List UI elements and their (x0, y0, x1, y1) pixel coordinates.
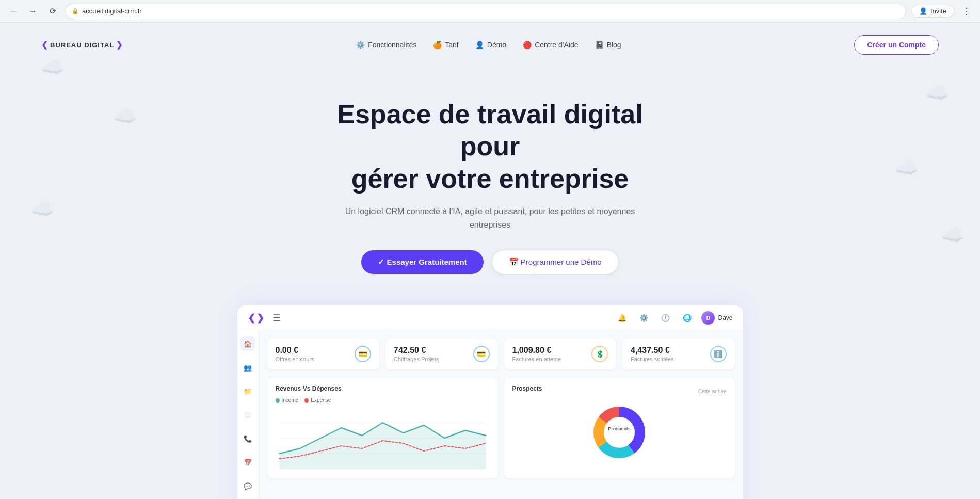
user-area: D Dave (701, 311, 732, 325)
sidebar-list[interactable]: ☰ (240, 408, 255, 422)
dashboard-sidebar: 🏠 👥 📁 ☰ 📞 📅 💬 📄 (237, 330, 259, 499)
schedule-demo-button[interactable]: 📅 Programmer une Démo (492, 250, 619, 275)
sidebar-users[interactable]: 👥 (240, 360, 255, 375)
stat-offres-value: 0.00 € (276, 346, 314, 355)
stat-chiffrages-icon: 💳 (473, 346, 490, 362)
hamburger-icon[interactable]: ☰ (272, 312, 281, 324)
sidebar-calendar[interactable]: 📅 (240, 455, 255, 470)
hero-buttons: ✓ Essayer Gratuitement 📅 Programmer une … (10, 250, 970, 275)
stat-factures-attente: 1,009.80 € Factures en attente 💲 (504, 339, 617, 369)
fonctionnalites-icon: ⚙️ (356, 41, 365, 49)
stats-row: 0.00 € Offres en cours 💳 742.50 € Chiffr… (267, 339, 735, 369)
hero-title: Espace de travail digital pour gérer vot… (310, 98, 671, 195)
dashboard-header: ❮ ❯ ☰ 🔔 ⚙️ 🕐 🌐 D Dave (237, 305, 743, 330)
stat-factures-attente-icon: 💲 (591, 346, 608, 362)
avatar-icon: 👤 (919, 7, 927, 15)
lock-icon: 🔒 (72, 8, 79, 14)
nav-demo[interactable]: 👤 Démo (475, 41, 506, 49)
dashboard-body: 🏠 👥 📁 ☰ 📞 📅 💬 📄 0.00 € Offres en cours (237, 330, 743, 499)
sidebar-home[interactable]: 🏠 (240, 336, 255, 351)
dashboard-preview: ❮ ❯ ☰ 🔔 ⚙️ 🕐 🌐 D Dave 🏠 👥 (237, 305, 743, 499)
charts-row: Revenus Vs Dépenses Income Expense (267, 378, 735, 478)
stat-factures-attente-label: Factures en attente (512, 356, 561, 362)
user-avatar: D (701, 311, 715, 325)
income-label: Income (282, 397, 299, 403)
hero-subtitle: Un logiciel CRM connecté à l'IA, agile e… (341, 205, 640, 231)
nav-links: ⚙️ Fonctionnalités 🍊 Tarif 👤 Démo 🔴 Cent… (356, 41, 621, 49)
expense-label: Expense (311, 397, 331, 403)
logo-chevron-left: ❮ (41, 40, 48, 50)
stat-chiffrages-value: 742.50 € (394, 346, 439, 355)
stat-factures-attente-info: 1,009.80 € Factures en attente (512, 346, 561, 362)
sidebar-message[interactable]: 💬 (240, 479, 255, 493)
clock-button[interactable]: 🕐 (658, 311, 672, 325)
blog-icon: 📓 (595, 41, 604, 49)
page-wrapper: ☁️ ☁️ ☁️ ☁️ ☁️ ☁️ ❮ BUREAU DIGITAL ❯ ⚙️ … (0, 23, 980, 499)
dash-logo-right: ❯ (256, 312, 264, 324)
stat-factures-attente-value: 1,009.80 € (512, 346, 561, 355)
user-name: Dave (718, 314, 732, 321)
back-button[interactable]: ← (6, 4, 21, 19)
nav-tarif[interactable]: 🍊 Tarif (433, 41, 458, 49)
nav-logo: ❮ BUREAU DIGITAL ❯ (41, 40, 123, 50)
logo-chevron-right: ❯ (116, 40, 123, 50)
expense-legend: Expense (304, 397, 331, 403)
stat-factures-soldees-label: Factures soldées (631, 356, 674, 362)
dash-logo: ❮ ❯ (248, 312, 264, 324)
invite-button[interactable]: 👤 Invité (911, 5, 954, 18)
browser-chrome: ← → ⟳ 🔒 accueil.digital-crm.fr 👤 Invité … (0, 0, 980, 23)
forward-button[interactable]: → (26, 4, 40, 19)
address-bar[interactable]: 🔒 accueil.digital-crm.fr (65, 4, 906, 19)
settings-button[interactable]: ⚙️ (636, 311, 651, 325)
stat-offres-label: Offres en cours (276, 356, 314, 362)
logo-text: BUREAU DIGITAL (50, 41, 114, 49)
sidebar-phone[interactable]: 📞 (240, 431, 255, 446)
globe-button[interactable]: 🌐 (680, 311, 694, 325)
nav-blog[interactable]: 📓 Blog (595, 41, 621, 49)
dash-logo-left: ❮ (248, 312, 255, 324)
browser-menu-button[interactable]: ⋮ (959, 4, 974, 19)
tarif-icon: 🍊 (433, 41, 442, 49)
notification-button[interactable]: 🔔 (615, 311, 629, 325)
donut-area: Prospects (512, 401, 727, 463)
prospects-period: Cette année (698, 389, 727, 394)
prospects-chart-title: Prospects (512, 385, 542, 392)
aide-icon: 🔴 (523, 41, 532, 49)
stat-offres: 0.00 € Offres en cours 💳 (267, 339, 380, 369)
sidebar-folder[interactable]: 📁 (240, 384, 255, 398)
demo-label: Démo (487, 41, 506, 49)
revenue-chart-legend: Income Expense (276, 397, 490, 403)
hero-section: Espace de travail digital pour gérer vot… (0, 67, 980, 295)
nav-fonctionnalites[interactable]: ⚙️ Fonctionnalités (356, 41, 416, 49)
dashboard-main: 0.00 € Offres en cours 💳 742.50 € Chiffr… (259, 330, 743, 499)
revenue-chart-title: Revenus Vs Dépenses (276, 385, 490, 392)
prospects-chart-header: Prospects Cette année (512, 385, 727, 397)
income-dot (276, 398, 280, 403)
stat-offres-info: 0.00 € Offres en cours (276, 346, 314, 362)
revenue-line-chart (276, 407, 490, 469)
reload-button[interactable]: ⟳ (45, 4, 60, 19)
demo-icon: 👤 (475, 41, 484, 49)
dash-header-left: ❮ ❯ ☰ (248, 312, 281, 324)
main-nav: ❮ BUREAU DIGITAL ❯ ⚙️ Fonctionnalités 🍊 … (0, 23, 980, 67)
svg-text:Prospects: Prospects (608, 426, 631, 431)
prospects-chart-card: Prospects Cette année (504, 378, 735, 478)
revenue-chart-card: Revenus Vs Dépenses Income Expense (267, 378, 498, 478)
nav-aide[interactable]: 🔴 Centre d'Aide (523, 41, 578, 49)
svg-marker-3 (279, 423, 486, 469)
expense-dot (304, 398, 309, 403)
tarif-label: Tarif (445, 41, 458, 49)
try-free-button[interactable]: ✓ Essayer Gratuitement (361, 250, 483, 274)
stat-chiffrages-info: 742.50 € Chiffrages Projets (394, 346, 439, 362)
aide-label: Centre d'Aide (535, 41, 578, 49)
stat-factures-soldees: 4,437.50 € Factures soldées ℹ️ (622, 339, 735, 369)
hero-title-line2: gérer votre entreprise (351, 164, 629, 194)
fonctionnalites-label: Fonctionnalités (368, 41, 416, 49)
stat-offres-icon: 💳 (355, 346, 371, 362)
stat-chiffrages-label: Chiffrages Projets (394, 356, 439, 362)
invite-label: Invité (930, 7, 946, 15)
create-account-button[interactable]: Créer un Compte (854, 35, 939, 55)
stat-factures-soldees-value: 4,437.50 € (631, 346, 674, 355)
url-text: accueil.digital-crm.fr (82, 7, 142, 15)
stat-factures-soldees-icon: ℹ️ (710, 346, 727, 362)
